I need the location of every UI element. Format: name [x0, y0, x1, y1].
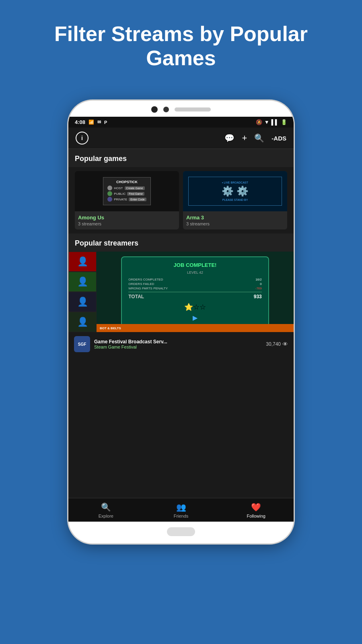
add-icon[interactable]: +: [242, 133, 247, 143]
streamer-avatar-4: 👤: [68, 312, 97, 332]
eye-icon: 👁: [282, 341, 288, 347]
among-us-streamers: 3 streamers: [78, 221, 176, 226]
explore-icon: 🔍: [101, 502, 111, 512]
stat-val-0: 16/2: [255, 278, 262, 281]
ads-button[interactable]: -ADS: [272, 135, 286, 142]
nav-following[interactable]: ❤️ Following: [218, 498, 294, 522]
job-complete-popup: JOB COMPLETE! LEVEL 42 ORDERS COMPLETED …: [121, 256, 269, 327]
stream-text: Game Festival Broadcast Serv... Steam Ga…: [94, 339, 262, 349]
bottom-nav: 🔍 Explore 👥 Friends ❤️ Following: [68, 498, 294, 522]
belt-label: BOT & BELTS: [100, 326, 121, 330]
among-us-thumbnail: CHOPSTICK HOST Create Game PUBLIC Find: [75, 171, 179, 211]
arma3-title: Arma 3: [186, 215, 284, 221]
stat-val-1: 0: [260, 282, 261, 286]
battery-icon: 🔋: [281, 119, 287, 125]
bell-muted-icon: 🔕: [256, 119, 262, 125]
front-camera: [151, 106, 158, 113]
level-text: LEVEL 42: [128, 270, 262, 275]
home-button[interactable]: [167, 527, 195, 536]
wifi-icon: ▼: [264, 119, 269, 125]
p-icon: P: [104, 120, 107, 125]
page-header: Filter Streams by Popular Games: [0, 0, 362, 87]
streamer-avatar-3: 👤: [68, 292, 97, 312]
explore-label: Explore: [99, 514, 113, 518]
nav-explore[interactable]: 🔍 Explore: [68, 498, 144, 522]
arma3-thumbnail: • LIVE BROADCAST ⚙️ ⚙️ PLEASE STAND BY: [183, 171, 287, 211]
game-card-arma3[interactable]: • LIVE BROADCAST ⚙️ ⚙️ PLEASE STAND BY A…: [183, 171, 287, 229]
info-button[interactable]: i: [76, 132, 88, 144]
app-toolbar: i 💬 + 🔍 -ADS: [68, 128, 294, 149]
job-stats: ORDERS COMPLETED 16/2 ORDERS FAILED 0 WR…: [128, 278, 262, 299]
signal-icon: ▌▌: [272, 119, 279, 125]
phone-top-bezel: [68, 101, 294, 117]
job-complete-title: JOB COMPLETE!: [128, 262, 262, 268]
friends-label: Friends: [174, 514, 189, 518]
following-label: Following: [247, 514, 265, 518]
stream-info-bar[interactable]: SGF Game Festival Broadcast Serv... Stea…: [68, 332, 294, 356]
status-bar: 4:08 📶 ✉ P 🔕 ▼ ▌▌ 🔋: [68, 117, 294, 128]
sim-icon: 📶: [88, 120, 94, 125]
stat-label-2: WRONG PARTS PENALTY: [128, 287, 168, 290]
chat-icon[interactable]: 💬: [224, 133, 234, 143]
popular-streamers-header: Popular streamers: [68, 233, 294, 252]
belt-bar: BOT & BELTS: [97, 324, 294, 332]
total-label: TOTAL: [128, 294, 144, 299]
streamers-section: 👤 👤 👤 👤: [68, 252, 294, 356]
arma3-streamers: 3 streamers: [186, 221, 284, 226]
content-area: Popular games CHOPSTICK HOST Create Game: [68, 149, 294, 498]
search-icon[interactable]: 🔍: [254, 133, 264, 143]
stream-channel: Steam Game Festival: [94, 345, 262, 349]
streamer-avatars-list: 👤 👤 👤 👤: [68, 252, 97, 332]
game-card-among-us[interactable]: CHOPSTICK HOST Create Game PUBLIC Find: [75, 171, 179, 229]
stream-grid[interactable]: 👤 👤 👤 👤: [68, 252, 294, 332]
main-stream-content: JOB COMPLETE! LEVEL 42 ORDERS COMPLETED …: [97, 252, 294, 332]
phone-bottom-bezel: [167, 522, 195, 543]
mail-icon: ✉: [97, 120, 101, 125]
popular-games-header: Popular games: [68, 149, 294, 167]
channel-icon: SGF: [74, 336, 90, 352]
friends-icon: 👥: [176, 502, 186, 512]
continue-icon: ▶: [128, 314, 262, 322]
time-display: 4:08: [75, 119, 85, 125]
among-us-title: Among Us: [78, 215, 176, 221]
proximity-sensor: [163, 107, 169, 112]
viewers-count: 30,740: [266, 341, 281, 347]
stat-val-2: -769: [255, 287, 262, 290]
stream-title: Game Festival Broadcast Serv...: [94, 339, 262, 345]
phone-screen: 4:08 📶 ✉ P 🔕 ▼ ▌▌ 🔋 i 💬: [68, 117, 294, 522]
streamer-avatar-1: 👤: [68, 252, 97, 272]
star-rating: ⭐☆☆: [128, 303, 262, 312]
phone-frame: 4:08 📶 ✉ P 🔕 ▼ ▌▌ 🔋 i 💬: [68, 101, 294, 543]
stat-label-0: ORDERS COMPLETED: [128, 278, 163, 281]
earpiece-speaker: [175, 107, 211, 111]
heart-icon: ❤️: [251, 502, 261, 512]
total-value: 933: [254, 294, 262, 299]
nav-friends[interactable]: 👥 Friends: [144, 498, 219, 522]
streamer-avatar-2: 👤: [68, 272, 97, 292]
stat-label-1: ORDERS FAILED: [128, 282, 154, 286]
games-grid: CHOPSTICK HOST Create Game PUBLIC Find: [68, 167, 294, 233]
stream-viewers: 30,740 👁: [266, 341, 288, 347]
